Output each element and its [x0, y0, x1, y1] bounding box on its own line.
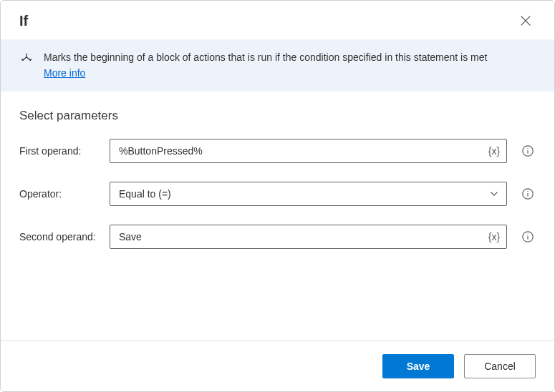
banner-text-wrap: Marks the beginning of a block of action…: [44, 51, 536, 80]
svg-point-2: [527, 148, 528, 149]
section-title: Select parameters: [19, 109, 536, 123]
second-operand-help-button[interactable]: [520, 229, 536, 245]
banner-text: Marks the beginning of a block of action…: [44, 52, 487, 63]
save-button[interactable]: Save: [382, 354, 454, 378]
cancel-button[interactable]: Cancel: [464, 354, 536, 378]
second-operand-input[interactable]: [110, 225, 507, 249]
second-operand-field-wrap: {x}: [110, 225, 507, 249]
second-operand-row: Second operand: {x}: [19, 225, 536, 249]
svg-point-5: [527, 191, 528, 192]
variable-picker-icon[interactable]: {x}: [487, 144, 501, 158]
if-action-dialog: If Marks the beginning of a block of act…: [0, 0, 555, 392]
info-icon: [521, 187, 534, 200]
dialog-header: If: [1, 1, 554, 39]
operator-row: Operator:: [19, 182, 536, 206]
branch-icon: [19, 52, 34, 66]
first-operand-help-button[interactable]: [520, 143, 536, 159]
first-operand-input[interactable]: [110, 139, 507, 163]
more-info-link[interactable]: More info: [44, 67, 85, 81]
info-banner: Marks the beginning of a block of action…: [1, 39, 554, 92]
first-operand-field-wrap: {x}: [110, 139, 507, 163]
svg-point-8: [527, 234, 528, 235]
variable-picker-icon[interactable]: {x}: [487, 230, 501, 244]
info-icon: [521, 144, 534, 157]
first-operand-row: First operand: {x}: [19, 139, 536, 163]
operator-field-wrap: [110, 182, 507, 206]
first-operand-label: First operand:: [19, 145, 104, 157]
close-button[interactable]: [516, 11, 536, 31]
dialog-title: If: [19, 13, 28, 29]
close-icon: [521, 16, 531, 26]
operator-help-button[interactable]: [520, 186, 536, 202]
operator-label: Operator:: [19, 188, 104, 200]
second-operand-label: Second operand:: [19, 231, 104, 242]
info-icon: [521, 230, 534, 243]
operator-select[interactable]: [110, 182, 507, 206]
dialog-footer: Save Cancel: [1, 340, 554, 391]
chevron-down-icon[interactable]: [487, 187, 501, 201]
dialog-body: Select parameters First operand: {x} Ope…: [1, 92, 554, 340]
